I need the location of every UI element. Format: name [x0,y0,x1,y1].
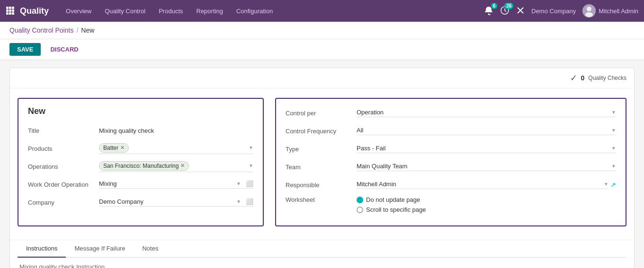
control-per-value: Operation [357,109,384,116]
team-select[interactable]: Main Quality Team ▼ [357,163,616,171]
type-select[interactable]: Pass - Fail ▼ [357,145,616,153]
responsible-field: Mitchell Admin ▼ ↗ [357,181,616,189]
work-order-select[interactable]: Mixing ▼ ⬜ [99,180,253,189]
form-area: New Title Mixing quality check Products … [10,88,634,236]
control-freq-select[interactable]: All ▼ [357,127,616,135]
products-tag-remove[interactable]: ✕ [120,145,125,151]
svg-rect-7 [9,12,11,15]
control-per-label: Control per [286,110,357,117]
work-order-label: Work Order Operation [28,181,99,188]
type-value: Pass - Fail [357,145,385,152]
operations-label: Operations [28,163,99,170]
grid-icon[interactable] [6,6,14,16]
svg-point-9 [488,13,490,15]
control-freq-row: Control Frequency All ▼ [286,124,616,138]
nav-item-reporting[interactable]: Reporting [191,5,229,17]
team-label: Team [286,164,357,171]
card-header: ✓ 0 Quality Checks [10,68,634,88]
nav-item-configuration[interactable]: Configuration [231,5,278,17]
svg-rect-3 [6,9,9,12]
nav-items: Overview Quality Control Products Report… [60,5,482,17]
nav-item-quality-control[interactable]: Quality Control [99,5,151,17]
quality-checks-count: 0 [581,74,585,82]
work-order-row: Work Order Operation Mixing ▼ ⬜ [28,178,253,191]
svg-point-14 [587,7,591,11]
tabs-header: Instructions Message If Failure Notes [18,240,626,258]
tab-notes[interactable]: Notes [134,240,167,258]
company-external-icon[interactable]: ⬜ [246,198,253,205]
responsible-select[interactable]: Mitchell Admin ▼ [357,181,608,189]
svg-rect-8 [12,12,14,15]
responsible-value: Mitchell Admin [357,181,396,188]
nav-right: 6 26 Demo Company Mitchel [484,4,638,17]
company-select[interactable]: Demo Company ▼ ⬜ [99,198,253,207]
activity-icon[interactable]: 26 [500,6,510,17]
title-row: Title Mixing quality check [28,124,253,137]
tab-instructions[interactable]: Instructions [18,240,66,258]
control-freq-label: Control Frequency [286,128,357,135]
worksheet-radio-group: Do not update page Scroll to specific pa… [357,196,426,213]
quality-checks-label: Quality Checks [588,75,626,81]
worksheet-option2-item[interactable]: Scroll to specific page [357,206,426,213]
breadcrumb: Quality Control Points / New [0,22,644,39]
notifications-icon[interactable]: 6 [484,6,493,17]
close-icon[interactable] [516,6,525,16]
user-menu[interactable]: Mitchell Admin [582,4,638,17]
control-per-chevron-icon: ▼ [611,110,616,115]
breadcrumb-current: New [81,26,94,34]
main-content: ✓ 0 Quality Checks New Title Mixing qual… [0,60,644,268]
control-per-select[interactable]: Operation ▼ [357,109,616,117]
company-label: Company [28,199,99,206]
company-value: Demo Company [99,198,143,205]
svg-rect-5 [12,9,14,12]
breadcrumb-parent[interactable]: Quality Control Points [9,26,73,34]
user-avatar [582,4,596,17]
title-value[interactable]: Mixing quality check [99,127,253,134]
title-label: Title [28,127,99,134]
tab-instructions-text: Mixing quality check Instruction [19,263,105,268]
worksheet-label: Worksheet [286,196,357,203]
nav-item-products[interactable]: Products [153,5,188,17]
control-per-row: Control per Operation ▼ [286,106,616,120]
svg-point-15 [585,12,593,17]
quality-checks-button[interactable]: ✓ 0 Quality Checks [570,73,627,83]
type-chevron-icon: ▼ [611,146,616,151]
worksheet-option1-label: Do not update page [366,196,420,203]
notifications-badge: 6 [491,3,498,9]
operations-tag-text: San Francisco: Manufacturing [103,163,179,169]
work-order-value: Mixing [99,180,117,187]
products-label: Products [28,145,99,152]
checkmark-icon: ✓ [570,73,577,83]
control-freq-chevron-icon: ▼ [611,128,616,133]
operations-select[interactable]: San Francisco: Manufacturing ✕ ▼ [99,161,253,172]
company-name: Demo Company [531,8,576,15]
action-bar: SAVE DISCARD [0,39,644,60]
worksheet-option2-label: Scroll to specific page [366,206,426,213]
responsible-external-icon[interactable]: ↗ [610,181,616,189]
worksheet-option1-radio [357,197,363,203]
type-label: Type [286,146,357,153]
worksheet-option1-item[interactable]: Do not update page [357,196,426,203]
worksheet-option2-radio [357,207,363,213]
company-row: Company Demo Company ▼ ⬜ [28,196,253,209]
control-freq-value: All [357,127,363,134]
products-select[interactable]: Batter ✕ ▼ [99,143,253,154]
save-button[interactable]: SAVE [9,43,41,56]
operations-tag-remove[interactable]: ✕ [180,163,185,169]
work-order-external-icon[interactable]: ⬜ [246,180,253,187]
company-chevron-icon: ▼ [236,199,241,204]
svg-rect-6 [6,12,9,15]
nav-item-overview[interactable]: Overview [60,5,97,17]
app-brand: Quality [20,6,49,16]
team-row: Team Main Quality Team ▼ [286,160,616,173]
team-chevron-icon: ▼ [611,164,616,169]
tab-message-if-failure[interactable]: Message If Failure [66,240,134,258]
operations-tag: San Francisco: Manufacturing ✕ [99,161,189,171]
discard-button[interactable]: DISCARD [45,43,84,56]
work-order-chevron-icon: ▼ [236,181,241,186]
form-right-panel: Control per Operation ▼ Control Frequenc… [275,98,626,226]
user-name: Mitchell Admin [599,8,638,15]
form-left-panel: New Title Mixing quality check Products … [18,98,264,226]
operations-row: Operations San Francisco: Manufacturing … [28,160,253,173]
responsible-chevron-icon: ▼ [604,182,608,187]
